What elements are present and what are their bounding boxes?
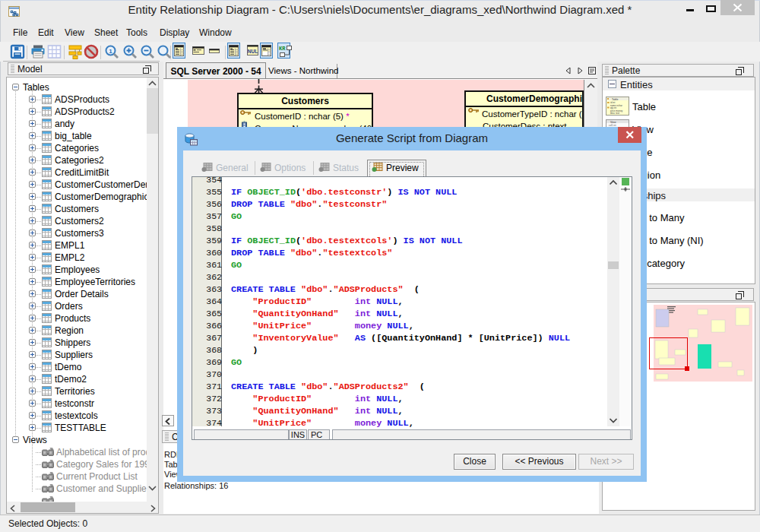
svg-text:1: 1 (109, 48, 112, 55)
svg-text:View: View (610, 121, 616, 124)
svg-text:KR: KR (279, 46, 286, 52)
svg-text:NUL: NUL (248, 49, 258, 54)
svg-text:Table: Table (612, 98, 618, 101)
svg-text:desc text: desc text (610, 112, 619, 115)
